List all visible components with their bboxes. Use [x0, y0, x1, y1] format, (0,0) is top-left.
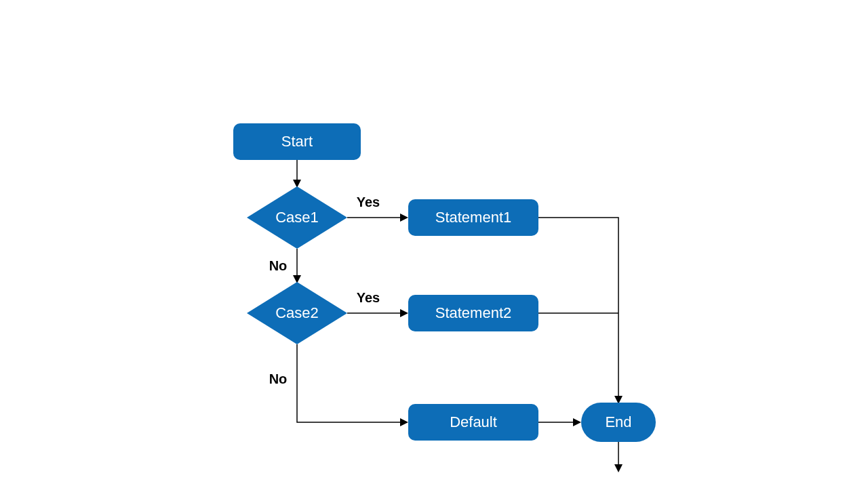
- flowchart-canvas: Yes No Yes No Start Case1 Case2 Statemen…: [0, 0, 868, 488]
- node-end-label: End: [605, 413, 631, 430]
- node-default-label: Default: [450, 413, 497, 430]
- node-default: Default: [408, 404, 538, 441]
- edge-statement1-to-end: [538, 218, 618, 403]
- edge-case2-to-default: [297, 344, 407, 422]
- node-start: Start: [233, 123, 361, 160]
- node-end: End: [581, 403, 656, 442]
- node-case1-label: Case1: [275, 209, 319, 226]
- edge-label-case1-yes: Yes: [357, 195, 380, 209]
- edge-label-case1-no: No: [269, 258, 288, 273]
- edge-label-case2-yes: Yes: [357, 290, 380, 305]
- node-case1: Case1: [247, 186, 347, 249]
- node-statement2: Statement2: [408, 295, 538, 331]
- node-start-label: Start: [281, 133, 313, 150]
- edge-label-case2-no: No: [269, 371, 288, 386]
- node-statement1-label: Statement1: [435, 209, 512, 226]
- node-case2: Case2: [247, 282, 347, 344]
- node-case2-label: Case2: [275, 304, 319, 321]
- node-statement1: Statement1: [408, 199, 538, 236]
- node-statement2-label: Statement2: [435, 304, 512, 321]
